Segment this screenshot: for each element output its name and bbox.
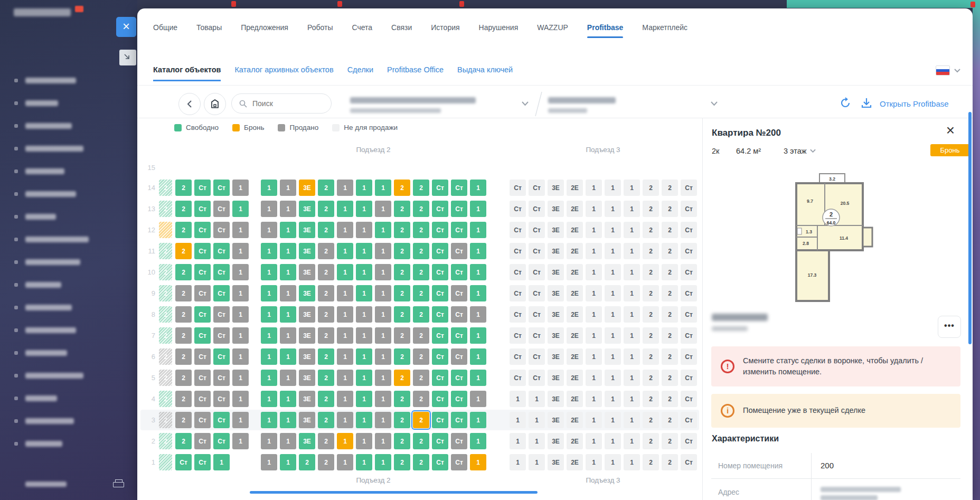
unit-cell[interactable]: 2 [413, 201, 429, 217]
unit-cell[interactable]: 2Е [567, 264, 583, 280]
unit-cell[interactable]: Ст [681, 433, 697, 449]
unit-cell[interactable]: 1 [261, 370, 277, 386]
sidebar-item[interactable] [0, 323, 127, 338]
unit-cell[interactable]: Ст [529, 201, 545, 217]
unit-cell[interactable]: 2 [175, 433, 192, 449]
vertical-scrollbar[interactable] [968, 112, 972, 344]
unit-cell[interactable]: 1 [624, 180, 640, 196]
unit-cell[interactable]: 3Е [548, 348, 564, 365]
unit-cell[interactable] [159, 454, 172, 470]
unit-cell[interactable]: 1 [356, 306, 372, 323]
unit-cell[interactable]: 1 [586, 243, 602, 259]
unit-cell[interactable]: 1 [337, 306, 353, 323]
unit-cell[interactable]: 1 [337, 180, 353, 196]
open-profitbase-link[interactable]: Открыть Profitbase [880, 99, 949, 108]
unit-cell[interactable]: 2 [175, 412, 192, 428]
unit-cell[interactable]: 1 [375, 348, 391, 365]
unit-cell[interactable]: 2 [394, 327, 410, 344]
unit-cell[interactable]: 2 [643, 180, 659, 196]
unit-cell[interactable]: Ст [432, 433, 448, 449]
unit-cell[interactable]: 1 [586, 222, 602, 238]
close-icon[interactable]: × [942, 122, 959, 139]
unit-cell[interactable]: 1 [586, 433, 602, 449]
unit-cell[interactable]: 2 [643, 306, 659, 323]
unit-cell[interactable]: 1 [280, 285, 296, 301]
unit-cell[interactable]: 2 [643, 285, 659, 301]
unit-cell[interactable]: 2 [413, 454, 429, 470]
unit-cell[interactable]: 2 [413, 327, 429, 344]
unit-cell[interactable]: 1 [605, 243, 621, 259]
unit-cell[interactable]: 1 [470, 222, 486, 238]
unit-cell[interactable]: 2 [394, 412, 410, 428]
unit-cell[interactable]: 2 [394, 370, 410, 386]
unit-cell[interactable]: Ст [510, 348, 526, 365]
unit-cell[interactable]: 2Е [567, 370, 583, 386]
unit-cell[interactable]: 1 [624, 412, 640, 428]
unit-cell[interactable]: 2 [643, 412, 659, 428]
tab-profitbase[interactable]: Profitbase [587, 23, 623, 38]
unit-cell[interactable]: 1 [232, 327, 249, 344]
unit-cell[interactable]: 1 [586, 180, 602, 196]
unit-cell[interactable]: 2Е [567, 391, 583, 407]
unit-cell[interactable]: 1 [261, 180, 277, 196]
unit-cell[interactable]: 1 [470, 327, 486, 344]
unit-cell[interactable]: 2 [643, 222, 659, 238]
unit-cell[interactable]: 1 [470, 285, 486, 301]
unit-cell[interactable]: 2 [413, 285, 429, 301]
unit-cell[interactable]: 2 [318, 412, 334, 428]
unit-cell[interactable]: 2 [318, 433, 334, 449]
unit-cell[interactable]: 3Е [299, 264, 315, 280]
unit-cell[interactable]: 2Е [567, 412, 583, 428]
unit-cell[interactable]: 2Е [567, 348, 583, 365]
unit-cell[interactable]: 1 [470, 412, 486, 428]
unit-cell[interactable]: 2Е [567, 285, 583, 301]
unit-cell[interactable]: 1 [356, 433, 372, 449]
unit-cell[interactable]: 1 [375, 327, 391, 344]
unit-cell[interactable]: 1 [356, 370, 372, 386]
unit-cell[interactable]: Ст [194, 454, 211, 470]
unit-cell[interactable]: 1 [337, 201, 353, 217]
unit-cell[interactable]: Ст [213, 306, 230, 323]
tab-предложения[interactable]: Предложения [241, 23, 288, 38]
unit-cell[interactable]: 2 [643, 243, 659, 259]
unit-cell[interactable]: 3Е [548, 306, 564, 323]
printer-icon[interactable] [113, 479, 125, 489]
unit-cell[interactable]: Ст [213, 222, 230, 238]
unit-cell[interactable]: 1 [232, 264, 249, 280]
unit-cell[interactable]: Ст [681, 391, 697, 407]
unit-cell[interactable]: 1 [375, 285, 391, 301]
back-button[interactable] [178, 93, 201, 115]
tab-связи[interactable]: Связи [391, 23, 412, 38]
unit-cell[interactable]: 1 [529, 412, 545, 428]
unit-cell[interactable]: 1 [605, 433, 621, 449]
unit-cell[interactable]: 1 [280, 412, 296, 428]
unit-cell[interactable]: 3Е [299, 327, 315, 344]
sidebar-item[interactable] [0, 232, 127, 248]
unit-cell[interactable]: 1 [586, 348, 602, 365]
unit-cell[interactable]: 1 [605, 370, 621, 386]
unit-cell[interactable]: Ст [510, 201, 526, 217]
unit-cell[interactable]: Ст [451, 370, 467, 386]
unit-cell[interactable]: 3Е [299, 285, 315, 301]
unit-cell[interactable]: 2 [159, 391, 172, 407]
unit-cell[interactable]: 2 [394, 222, 410, 238]
unit-cell[interactable]: 2 [394, 264, 410, 280]
close-menu-button[interactable]: × [116, 17, 136, 37]
unit-cell[interactable]: 3Е [548, 433, 564, 449]
sidebar-item[interactable] [0, 118, 127, 134]
unit-cell[interactable]: 1 [529, 391, 545, 407]
unit-cell[interactable]: Ст [681, 264, 697, 280]
unit-cell[interactable]: 1 [470, 391, 486, 407]
unit-cell[interactable]: 2 [643, 391, 659, 407]
unit-cell[interactable]: 2 [175, 306, 192, 323]
unit-cell[interactable]: 1 [605, 327, 621, 344]
unit-cell[interactable]: 2 [662, 180, 678, 196]
unit-cell[interactable]: Ст [681, 370, 697, 386]
unit-cell[interactable]: 1 [375, 180, 391, 196]
unit-cell[interactable]: 2 [318, 264, 334, 280]
unit-cell[interactable]: 2 [159, 243, 172, 259]
unit-cell[interactable]: 3Е [548, 222, 564, 238]
unit-cell[interactable]: Ст [213, 433, 230, 449]
unit-cell[interactable]: 1 [605, 201, 621, 217]
subtab-1[interactable]: Каталог архивных объектов [234, 65, 333, 81]
